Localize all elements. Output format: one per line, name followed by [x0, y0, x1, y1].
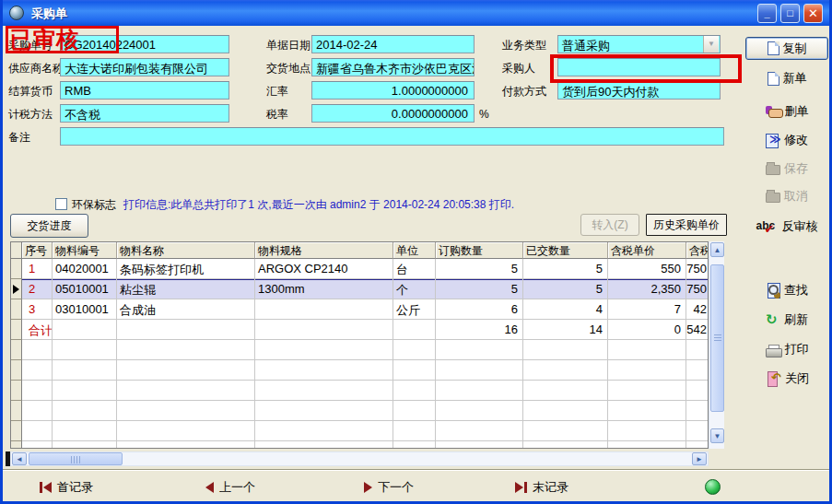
- column-header: 单位: [393, 242, 436, 259]
- table-cell[interactable]: 2,750: [686, 259, 709, 279]
- row-indicator-header: [11, 242, 22, 259]
- table-cell: [22, 340, 53, 360]
- table-cell: [22, 421, 53, 441]
- vertical-scrollbar-thumb[interactable]: [710, 264, 724, 412]
- title-bar[interactable]: 采购单 _ □ ✕: [0, 0, 832, 26]
- table-cell[interactable]: 14: [523, 320, 608, 340]
- table-cell[interactable]: [255, 299, 393, 320]
- table-cell[interactable]: 1: [22, 259, 53, 279]
- table-vertical-scrollbar[interactable]: ▲ ▼: [709, 241, 724, 449]
- currency-field[interactable]: RMB: [60, 81, 229, 100]
- refresh-button[interactable]: ↻ 刷新: [745, 309, 828, 331]
- table-cell[interactable]: 11,750: [686, 279, 709, 299]
- table-empty-row: [11, 340, 708, 360]
- table-cell[interactable]: 个: [393, 279, 436, 299]
- table-cell[interactable]: 42: [686, 299, 709, 320]
- delivery-place-field[interactable]: 新疆省乌鲁木齐市沙依巴克区河滩: [311, 58, 475, 76]
- table-cell[interactable]: 1300mm: [255, 279, 393, 299]
- table-cell[interactable]: 7: [608, 299, 686, 320]
- table-cell[interactable]: 合成油: [117, 299, 255, 320]
- table-cell[interactable]: 5: [523, 279, 608, 299]
- scroll-up-icon[interactable]: ▲: [710, 242, 724, 257]
- table-cell[interactable]: ARGOX CP2140: [255, 259, 393, 279]
- new-button[interactable]: 新单: [745, 67, 828, 89]
- table-cell[interactable]: 04020001: [53, 259, 117, 279]
- copy-label: 复制: [783, 41, 807, 57]
- table-cell[interactable]: [393, 320, 436, 340]
- scroll-left-icon[interactable]: ◄: [12, 452, 27, 465]
- table-cell[interactable]: 4: [523, 299, 608, 320]
- modify-button[interactable]: 修改: [745, 129, 828, 151]
- tax-rate-field[interactable]: 0.0000000000: [311, 104, 475, 123]
- close-window-button[interactable]: ✕: [803, 4, 823, 23]
- table-cell[interactable]: 台: [393, 259, 436, 279]
- scroll-down-icon[interactable]: ▼: [710, 428, 724, 443]
- table-cell[interactable]: 合计: [22, 320, 53, 340]
- table-cell[interactable]: 条码标签打印机: [117, 259, 255, 279]
- table-cell: [255, 360, 393, 381]
- close-button[interactable]: 关闭: [745, 368, 828, 390]
- purchaser-annotation-box: [550, 54, 742, 83]
- table-cell: [608, 421, 686, 441]
- table-cell[interactable]: 5: [436, 259, 523, 279]
- doc-date-field[interactable]: 2014-02-24: [311, 35, 475, 53]
- horizontal-scrollbar-thumb[interactable]: [29, 452, 123, 465]
- table-cell: [436, 401, 523, 421]
- table-total-row[interactable]: 合计1614014,542: [11, 320, 708, 340]
- nav-first-record[interactable]: 首记录: [40, 479, 93, 496]
- copy-button[interactable]: 复制: [745, 37, 828, 60]
- chevron-down-icon[interactable]: ▼: [703, 36, 719, 53]
- tax-rate-percent-suffix: %: [479, 108, 489, 121]
- biz-type-combobox[interactable]: 普通采购 ▼: [557, 35, 721, 53]
- first-record-label: 首记录: [57, 479, 93, 496]
- delete-hand-icon: [766, 106, 781, 117]
- table-row[interactable]: 205010001粘尘辊1300mm个552,35011,750: [11, 279, 708, 299]
- nav-last-record[interactable]: 末记录: [515, 479, 568, 496]
- table-cell: [117, 340, 255, 360]
- tax-method-field[interactable]: 不含税: [60, 104, 229, 123]
- supplier-field[interactable]: 大连大诺印刷包装有限公司: [60, 58, 229, 76]
- table-row[interactable]: 104020001条码标签打印机ARGOX CP2140台555502,750: [11, 259, 708, 279]
- delete-button[interactable]: 删单: [745, 100, 828, 123]
- table-cell[interactable]: 5: [436, 279, 523, 299]
- exchange-rate-field[interactable]: 1.0000000000: [311, 81, 475, 100]
- table-cell[interactable]: 14,542: [686, 320, 709, 340]
- table-cell[interactable]: 2: [22, 279, 53, 299]
- delivery-progress-button[interactable]: 交货进度: [10, 214, 88, 238]
- eco-mark-checkbox[interactable]: [55, 198, 67, 210]
- row-indicator: [11, 421, 22, 441]
- remark-field[interactable]: [60, 127, 724, 146]
- scroll-right-icon[interactable]: ►: [692, 452, 707, 465]
- table-cell[interactable]: 16: [436, 320, 523, 340]
- find-button[interactable]: 查找: [745, 279, 828, 301]
- table-cell[interactable]: 3: [22, 299, 53, 320]
- table-cell: [686, 340, 709, 360]
- table-cell[interactable]: 公斤: [393, 299, 436, 320]
- unaudit-button[interactable]: 反审核: [745, 216, 828, 238]
- table-cell[interactable]: 05010001: [53, 279, 117, 299]
- table-cell[interactable]: 2,350: [608, 279, 686, 299]
- table-cell[interactable]: 6: [436, 299, 523, 320]
- column-header: 序号: [22, 242, 53, 259]
- table-cell[interactable]: 5: [523, 259, 608, 279]
- payment-field[interactable]: 货到后90天内付款: [557, 81, 721, 100]
- table-cell[interactable]: [53, 320, 117, 340]
- table-cell: [686, 381, 709, 401]
- history-price-button[interactable]: 历史采购单价: [646, 214, 727, 236]
- maximize-button[interactable]: □: [780, 4, 800, 23]
- eco-mark-label: 环保标志: [72, 197, 116, 213]
- table-cell[interactable]: 0: [608, 320, 686, 340]
- table-horizontal-scrollbar[interactable]: ◄ ►: [10, 451, 709, 466]
- nav-previous-record[interactable]: 上一个: [205, 479, 255, 496]
- nav-next-record[interactable]: 下一个: [364, 479, 414, 496]
- print-button[interactable]: 打印: [745, 338, 828, 360]
- table-cell[interactable]: 粘尘辊: [117, 279, 255, 299]
- table-cell[interactable]: 03010001: [53, 299, 117, 320]
- table-row[interactable]: 303010001合成油公斤64742: [11, 299, 708, 320]
- table-cell[interactable]: 550: [608, 259, 686, 279]
- minimize-button[interactable]: _: [757, 4, 777, 23]
- table-cell[interactable]: [255, 320, 393, 340]
- cancel-button: 取消: [745, 185, 828, 207]
- table-cell[interactable]: [117, 320, 255, 340]
- currency-label: 结算货币: [8, 84, 53, 100]
